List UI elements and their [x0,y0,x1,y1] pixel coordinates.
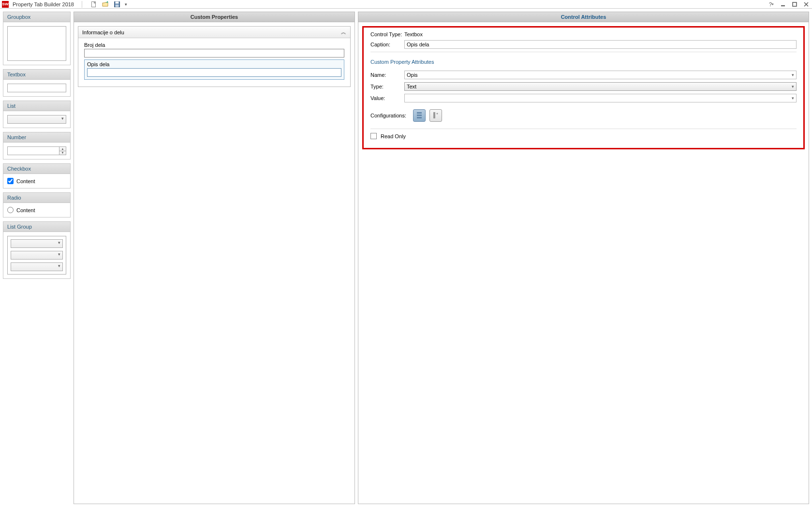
checkbox-preview: Content [7,178,66,184]
new-file-icon[interactable] [90,0,98,8]
field-label-opis-dela: Opis dela [85,60,343,67]
listgroup-row-2 [11,251,63,260]
open-file-icon[interactable] [102,0,109,8]
palette-groupbox[interactable]: Groupbox [3,12,71,65]
caption-input[interactable] [404,40,797,49]
type-value: Text [407,84,416,89]
right-panel: Control Attributes Control Type: Textbox… [358,12,809,504]
svg-rect-9 [417,115,422,116]
toolbar: ▾ [90,0,127,8]
control-type-value: Textbox [404,31,423,37]
center-body: Informacije o delu ︽ Broj dela Opis dela [74,22,354,504]
textbox-preview [7,84,66,92]
name-value: Opis [407,72,418,78]
row-name: Name: Opis [370,71,797,79]
number-preview: ▲▼ [7,146,66,155]
radio-preview-input [7,207,14,213]
configurations-label: Configurations: [370,113,409,118]
svg-rect-5 [793,2,797,6]
palette-number-label: Number [3,132,70,143]
field-broj-dela[interactable]: Broj dela [84,41,344,58]
minimize-icon[interactable] [779,0,787,8]
config-mode-all-button[interactable] [413,109,426,122]
groupbox-informacije[interactable]: Informacije o delu ︽ Broj dela Opis dela [78,26,351,87]
divider-1 [370,52,797,52]
control-type-label: Control Type: [370,31,404,37]
palette-textbox-label: Textbox [3,70,70,80]
svg-point-12 [437,113,438,115]
palette-list[interactable]: List [3,101,71,128]
app-icon: SW [2,1,9,8]
svg-rect-2 [116,1,119,3]
name-label: Name: [370,72,404,78]
row-control-type: Control Type: Textbox [370,31,797,37]
help-icon[interactable]: ?▾ [768,0,775,8]
row-value: Value: [370,94,797,102]
center-panel: Custom Properties Informacije o delu ︽ B… [74,12,355,504]
palette-checkbox[interactable]: Checkbox Content [3,163,71,188]
value-label: Value: [370,95,404,101]
checkbox-preview-label: Content [16,178,35,184]
palette-checkbox-label: Checkbox [3,164,70,174]
palette-listgroup[interactable]: List Group [3,221,71,279]
svg-rect-8 [417,112,422,114]
palette-radio-label: Radio [3,193,70,203]
groupbox-title: Informacije o delu [82,29,124,35]
titlebar-left: SW Property Tab Builder 2018 ▾ [2,0,127,8]
field-opis-dela[interactable]: Opis dela [84,59,344,80]
palette-listgroup-label: List Group [3,222,70,232]
readonly-checkbox[interactable] [370,133,377,139]
row-caption: Caption: [370,40,797,49]
divider-2 [370,129,797,129]
palette: Groupbox Textbox List Number ▲▼ Checkbox… [3,12,71,504]
titlebar: SW Property Tab Builder 2018 ▾ ?▾ [0,0,812,9]
palette-textbox[interactable]: Textbox [3,69,71,97]
caption-label: Caption: [370,42,404,47]
titlebar-right: ?▾ [768,0,810,8]
attributes-highlight: Control Type: Textbox Caption: Custom Pr… [362,26,805,149]
listgroup-row-1 [11,239,63,248]
name-combo[interactable]: Opis [404,71,797,79]
groupbox-header[interactable]: Informacije o delu ︽ [78,27,350,38]
row-type: Type: Text [370,82,797,91]
center-panel-title: Custom Properties [74,12,354,22]
palette-radio[interactable]: Radio Content [3,192,71,217]
field-input-opis-dela[interactable] [87,68,341,77]
save-icon[interactable] [113,0,121,8]
svg-rect-11 [433,112,435,118]
app-title: Property Tab Builder 2018 [13,1,74,7]
right-body: Control Type: Textbox Caption: Custom Pr… [358,22,809,504]
field-label-broj-dela: Broj dela [84,41,344,49]
row-configurations: Configurations: [370,109,797,122]
checkbox-preview-input [7,178,14,184]
titlebar-separator [82,1,82,8]
save-dropdown-icon[interactable]: ▾ [125,2,127,7]
config-mode-this-button[interactable] [429,109,442,122]
palette-list-label: List [3,101,70,111]
svg-rect-10 [417,117,422,118]
readonly-label: Read Only [381,133,406,139]
collapse-icon[interactable]: ︽ [341,29,346,36]
type-select[interactable]: Text [404,82,797,91]
palette-number[interactable]: Number ▲▼ [3,132,71,159]
radio-preview: Content [7,207,66,213]
palette-groupbox-label: Groupbox [3,12,70,22]
right-panel-title: Control Attributes [358,12,809,22]
listgroup-row-3 [11,262,63,271]
groupbox-preview [7,26,66,61]
radio-preview-label: Content [16,207,35,213]
value-combo[interactable] [404,94,797,102]
main-area: Groupbox Textbox List Number ▲▼ Checkbox… [0,9,812,507]
list-preview [7,115,66,124]
listgroup-preview [7,236,66,275]
type-label: Type: [370,84,404,89]
maximize-icon[interactable] [791,0,798,8]
close-icon[interactable] [802,0,810,8]
section-custom-property-attributes: Custom Property Attributes [370,59,797,67]
row-readonly: Read Only [370,133,797,139]
svg-rect-3 [116,4,119,7]
field-input-broj-dela[interactable] [84,49,344,58]
groupbox-body: Broj dela Opis dela [78,38,350,87]
